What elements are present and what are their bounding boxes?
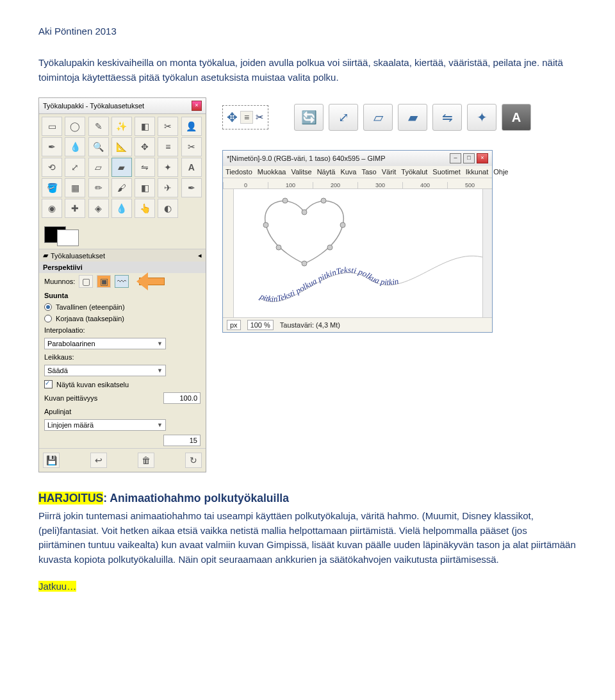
strip-text[interactable]: A: [502, 104, 531, 131]
perspective-title: Perspektiivi: [39, 262, 206, 273]
status-unit[interactable]: px: [227, 320, 241, 330]
strip-perspective[interactable]: ▰: [398, 104, 427, 131]
menu-colors[interactable]: Värit: [382, 168, 397, 176]
tool-fuzzy-select[interactable]: ✨: [111, 117, 132, 136]
tool-heal[interactable]: ✚: [65, 199, 85, 218]
color-swatch[interactable]: [44, 223, 201, 246]
tool-bucket[interactable]: 🪣: [42, 178, 62, 197]
maximize-button[interactable]: □: [463, 153, 475, 163]
tool-free-select[interactable]: ✎: [88, 117, 109, 136]
save-icon[interactable]: 💾: [43, 453, 60, 468]
svg-point-1: [283, 198, 288, 203]
background-color[interactable]: [57, 229, 79, 246]
tool-strip: 🔄 ⤢ ▱ ▰ ⇋ ✦ A: [294, 104, 531, 131]
tool-shear[interactable]: ▱: [88, 158, 109, 177]
menu-layer[interactable]: Taso: [361, 168, 376, 176]
exercise-title-rest: : Animaatiohahmo polkutyökaluilla: [103, 492, 289, 504]
svg-point-0: [302, 210, 307, 215]
guides-combo[interactable]: Linjojen määrä ▼: [44, 419, 166, 431]
tool-crop[interactable]: ✂: [181, 137, 202, 156]
tool-blur[interactable]: 💧: [111, 199, 132, 218]
close-icon[interactable]: ×: [192, 101, 202, 111]
tool-cage[interactable]: ✦: [158, 158, 178, 177]
gimp-scrollbar[interactable]: [482, 189, 492, 317]
tool-ink[interactable]: ✒: [181, 178, 202, 197]
delete-icon[interactable]: 🗑: [138, 453, 154, 468]
tool-rotate[interactable]: ⟲: [42, 158, 62, 177]
menu-tools[interactable]: Työkalut: [401, 168, 427, 176]
transform-path-icon[interactable]: 〰: [115, 275, 129, 288]
direction-label: Suunta: [39, 290, 206, 301]
strip-rotate[interactable]: 🔄: [294, 104, 324, 131]
tool-clone[interactable]: ◉: [42, 199, 62, 218]
tool-scissors[interactable]: ✂: [158, 117, 178, 136]
gimp-canvas[interactable]: pitkinTeksti polkua pitkinTeksti polkua …: [234, 189, 482, 317]
harjoitus-highlight: HARJOITUS: [38, 492, 103, 504]
tool-blend[interactable]: ▦: [65, 178, 85, 197]
tool-measure[interactable]: 📐: [111, 137, 132, 156]
tool-zoom[interactable]: 🔍: [88, 137, 109, 156]
tool-by-color[interactable]: ◧: [135, 117, 155, 136]
direction-normal-label: Tavallinen (eteenpäin): [56, 303, 125, 311]
clip-value: Säädä: [47, 367, 68, 374]
tool-perspective[interactable]: ▰: [111, 158, 132, 177]
direction-corrective[interactable]: Korjaava (taaksepäin): [39, 313, 206, 324]
chevron-down-icon: ▼: [157, 367, 163, 374]
tool-strip-group: ✥ ≡ ✂: [222, 105, 268, 129]
preview-check[interactable]: Näytä kuvan esikatselu: [39, 378, 206, 390]
menu-help[interactable]: Ohje: [493, 168, 508, 176]
strip-shear[interactable]: ▱: [363, 104, 393, 131]
tool-options-label: Työkaluasetukset: [51, 252, 105, 260]
tool-paths[interactable]: ✒: [42, 137, 62, 156]
tool-dodge[interactable]: ◐: [158, 199, 178, 218]
reset-icon[interactable]: ↻: [185, 453, 202, 468]
menu-view[interactable]: Näytä: [317, 168, 336, 176]
tool-perspective-clone[interactable]: ◈: [88, 199, 109, 218]
tool-grid: ▭ ◯ ✎ ✨ ◧ ✂ 👤 ✒ 💧 🔍 📐 ✥ ≡ ✂ ⟲ ⤢ ▱ ▰ ⇋ ✦ …: [39, 114, 206, 221]
chevron-left-icon[interactable]: ◂: [198, 251, 202, 260]
tool-text[interactable]: A: [181, 158, 202, 177]
interp-combo[interactable]: Parabolaarinen ▼: [44, 338, 166, 349]
restore-icon[interactable]: ↩: [90, 453, 107, 468]
transform-layer-icon[interactable]: ▢: [79, 275, 93, 288]
transform-selection-icon[interactable]: ▣: [97, 275, 111, 288]
tool-move[interactable]: ✥: [135, 137, 155, 156]
svg-text:pitkinTeksti  polkua  pitkinTe: pitkinTeksti polkua pitkinTeksti polkua …: [258, 265, 400, 303]
tool-flip[interactable]: ⇋: [135, 158, 155, 177]
strip-flip[interactable]: ⇋: [432, 104, 462, 131]
tool-airbrush[interactable]: ✈: [158, 178, 178, 197]
clip-combo[interactable]: Säädä ▼: [44, 365, 166, 376]
right-figures: ✥ ≡ ✂ 🔄 ⤢ ▱ ▰ ⇋ ✦ A *[Nimetön]-9.0 (RGB-…: [222, 97, 577, 333]
tool-eraser[interactable]: ◧: [135, 178, 155, 197]
chevron-down-icon: ▼: [157, 422, 163, 428]
menu-filters[interactable]: Suotimet: [432, 168, 460, 176]
tool-scale[interactable]: ⤢: [65, 158, 85, 177]
strip-scale[interactable]: ⤢: [329, 104, 358, 131]
tool-brush[interactable]: 🖌: [111, 178, 132, 197]
align-icon[interactable]: ≡: [240, 111, 253, 124]
guide-count-value[interactable]: 15: [163, 435, 201, 446]
toolbox-titlebar: Työkalupakki - Työkaluasetukset ×: [39, 98, 206, 114]
tool-color-picker[interactable]: 💧: [65, 137, 85, 156]
tool-rect-select[interactable]: ▭: [42, 117, 62, 136]
ruler-tick: 400: [402, 182, 447, 188]
minimize-button[interactable]: –: [450, 153, 461, 163]
opacity-value[interactable]: 100.0: [163, 392, 201, 404]
menu-edit[interactable]: Muokkaa: [258, 168, 286, 176]
close-button[interactable]: ×: [477, 153, 488, 163]
status-info: Taustaväri: (4,3 Mt): [280, 321, 340, 329]
tool-smudge[interactable]: 👆: [135, 199, 155, 218]
direction-normal[interactable]: Tavallinen (eteenpäin): [39, 301, 206, 313]
status-zoom[interactable]: 100 %: [247, 320, 274, 330]
menu-select[interactable]: Valitse: [291, 168, 311, 176]
tool-foreground[interactable]: 👤: [181, 117, 202, 136]
menu-windows[interactable]: Ikkunat: [466, 168, 488, 176]
tool-align[interactable]: ≡: [158, 137, 178, 156]
strip-cage[interactable]: ✦: [467, 104, 496, 131]
tool-pencil[interactable]: ✏: [88, 178, 109, 197]
exercise-body: Piirrä jokin tuntemasi animaatiohahmo ta…: [38, 509, 577, 567]
tool-ellipse-select[interactable]: ◯: [65, 117, 85, 136]
preview-label: Näytä kuvan esikatselu: [56, 381, 129, 388]
menu-file[interactable]: Tiedosto: [226, 168, 252, 176]
menu-image[interactable]: Kuva: [340, 168, 356, 176]
